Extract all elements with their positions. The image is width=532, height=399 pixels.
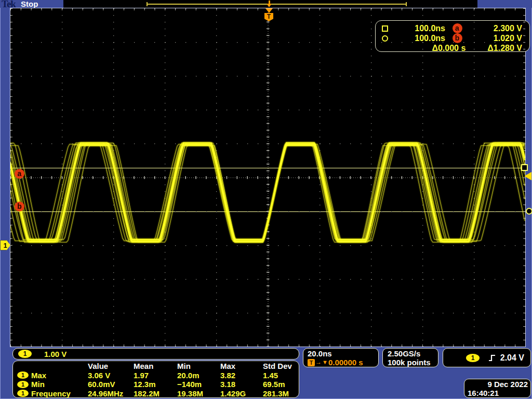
top-status-bar: Tek Stop bbox=[0, 0, 532, 8]
meas-header-stddev: Std Dev bbox=[263, 362, 299, 371]
meas-cell: 281.3M bbox=[263, 389, 299, 398]
cursor-b-row-badge: b bbox=[453, 33, 462, 43]
trigger-t-badge: T bbox=[308, 359, 315, 366]
record-trigger-arrow-icon bbox=[267, 4, 272, 7]
meas-cell: 20.0m bbox=[177, 371, 220, 380]
meas-cell: 3.18 bbox=[220, 380, 263, 389]
down-triangle-icon: ▼ bbox=[322, 358, 328, 367]
measurement-box: Value Mean Min Max Std Dev 1 Max 3.06 V … bbox=[12, 361, 299, 398]
cursor-b-end-circle-icon bbox=[526, 208, 532, 215]
meas-header-value: Value bbox=[88, 362, 134, 371]
trigger-readout-box[interactable]: 1 2.04 V bbox=[443, 348, 531, 367]
acquisition-status: Stop bbox=[21, 0, 38, 8]
time-label: 16:40:21 bbox=[468, 389, 528, 397]
trigger-level: 2.04 V bbox=[496, 353, 524, 363]
meas-cell: 3.82 bbox=[220, 371, 263, 380]
meas-cell: 1.97 bbox=[134, 371, 177, 380]
meas-name: Min bbox=[31, 380, 45, 389]
meas-cell: 182.2M bbox=[134, 389, 177, 398]
meas-row-frequency-label[interactable]: 1 Frequency bbox=[17, 389, 88, 398]
meas-cell: 24.96MHz bbox=[88, 389, 134, 398]
trigger-t-badge: T bbox=[264, 13, 273, 21]
channel1-badge: 1 bbox=[17, 371, 29, 379]
meas-header-max: Max bbox=[220, 362, 263, 371]
meas-cell: 1.45 bbox=[263, 371, 299, 380]
cursor-a-badge[interactable]: a bbox=[15, 169, 24, 179]
horizontal-position: 0.00000 s bbox=[328, 358, 363, 367]
meas-cell: 60.0mV bbox=[88, 380, 134, 389]
record-length: 100k points bbox=[388, 358, 438, 367]
meas-header-min: Min bbox=[177, 362, 220, 371]
horizontal-position-row: T → ▼ 0.00000 s bbox=[308, 358, 378, 367]
meas-row-min-label[interactable]: 1 Min bbox=[17, 380, 88, 389]
record-view-strip bbox=[63, 0, 477, 8]
cursor-a-end-square-icon bbox=[521, 164, 528, 171]
channel1-badge: 1 bbox=[17, 390, 29, 397]
meas-name: Max bbox=[31, 371, 46, 380]
meas-row-max-label[interactable]: 1 Max bbox=[17, 371, 88, 380]
meas-cell: 3.06 V bbox=[88, 371, 134, 380]
trigger-position-arrow-icon bbox=[265, 8, 273, 13]
trigger-position-marker[interactable]: T bbox=[264, 8, 273, 21]
oscilloscope-screen: Tek Stop a b T 1 100.0ns a 2.300 V bbox=[0, 0, 532, 399]
meas-cell: 69.5m bbox=[263, 380, 299, 389]
meas-name: Frequency bbox=[31, 389, 71, 398]
cursor-a-row-badge: a bbox=[453, 23, 462, 33]
horizontal-scale-box[interactable]: 20.0ns T → ▼ 0.00000 s bbox=[303, 348, 379, 367]
meas-corner-cell bbox=[17, 362, 88, 371]
right-arrow-icon: → bbox=[315, 358, 322, 367]
channel1-scale: 1.00 V bbox=[44, 350, 66, 358]
meas-cell: −140m bbox=[177, 380, 220, 389]
meas-header-mean: Mean bbox=[134, 362, 177, 371]
rising-edge-icon bbox=[488, 354, 496, 362]
trigger-source-badge: 1 bbox=[466, 354, 480, 362]
cursor-b-badge[interactable]: b bbox=[15, 202, 24, 211]
trigger-level-arrow-icon[interactable] bbox=[524, 172, 531, 180]
graticule-area: a b T bbox=[10, 8, 526, 347]
meas-cell: 12.3m bbox=[134, 380, 177, 389]
channel1-scale-box[interactable]: 1 1.00 V bbox=[12, 348, 299, 360]
meas-cell: 19.38M bbox=[177, 389, 220, 398]
date-label: 9 Dec 2022 bbox=[468, 380, 528, 389]
acquisition-box[interactable]: 2.50GS/s 100k points bbox=[382, 348, 438, 367]
datetime-box: 9 Dec 2022 16:40:21 bbox=[464, 379, 531, 398]
waveform-canvas bbox=[10, 8, 525, 347]
channel1-ground-marker[interactable]: 1 bbox=[0, 240, 10, 250]
horizontal-scale: 20.0ns bbox=[308, 349, 378, 358]
record-trigger-position-icon[interactable] bbox=[266, 1, 272, 7]
record-view-window[interactable] bbox=[147, 4, 407, 5]
sample-rate: 2.50GS/s bbox=[388, 349, 438, 358]
meas-cell: 1.429G bbox=[220, 389, 263, 398]
channel1-badge: 1 bbox=[18, 350, 32, 358]
channel1-badge: 1 bbox=[17, 381, 29, 388]
